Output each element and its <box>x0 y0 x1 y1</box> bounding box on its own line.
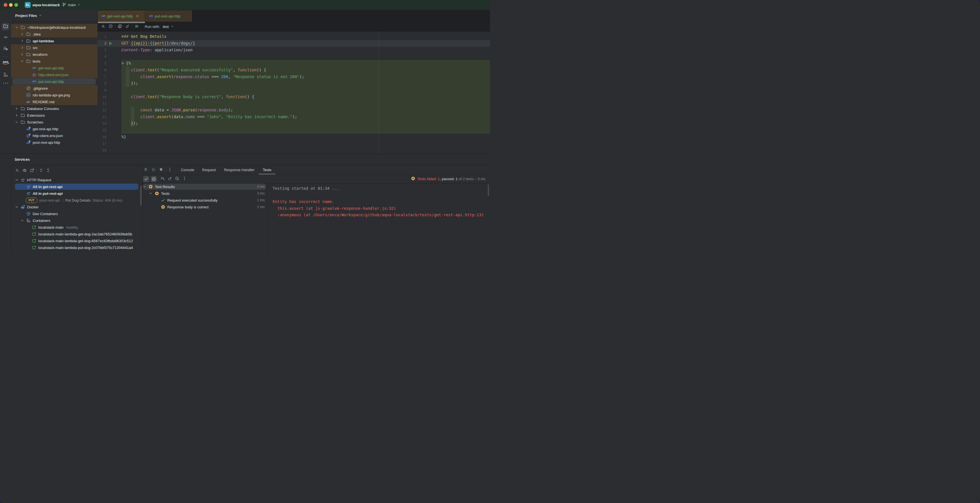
run-with-selector[interactable]: Run with: test <box>145 22 174 32</box>
run-all-icon[interactable] <box>135 24 139 30</box>
rerun-icon[interactable] <box>144 167 148 173</box>
services-tree-row[interactable]: localstack-mainhealthy <box>11 224 142 231</box>
project-tree-row[interactable]: ~/Workspace/github/aqua-localstack <box>11 24 97 31</box>
services-tree-row[interactable]: PUTpost-rest-api|Put Dog DetailsStatus: … <box>11 197 142 204</box>
test-console-output[interactable]: Testing started at 01:34 ... Entity has … <box>273 185 490 251</box>
test-result-row[interactable]: Response body is correct2 ms <box>142 204 267 210</box>
more-icon[interactable] <box>3 81 9 86</box>
folder-icon[interactable] <box>3 24 8 30</box>
collapse-all-icon[interactable] <box>46 168 51 174</box>
code-line: }); <box>121 80 138 87</box>
aws-icon[interactable]: aws <box>2 60 10 67</box>
run-request-icon[interactable] <box>108 41 113 46</box>
project-tree-row[interactable]: APIput-rest-api.http <box>11 78 97 85</box>
chevron-down-icon[interactable] <box>142 184 147 189</box>
history-icon[interactable] <box>175 176 180 182</box>
file-name: post-rest-api.http <box>33 141 60 145</box>
test-result-row[interactable]: Tests3 ms <box>142 190 267 197</box>
chevron-down-icon[interactable] <box>148 191 153 196</box>
code-editor[interactable]: 123456789101112131415161718 ### Get Dog … <box>97 32 490 154</box>
project-tree-row[interactable]: APIpost-rest-api.http <box>11 139 97 146</box>
chevron-right-icon[interactable] <box>20 45 24 50</box>
test-result-row[interactable]: Test Results3 ms <box>142 183 267 190</box>
structure-icon[interactable] <box>3 72 8 78</box>
project-tree-row[interactable]: api-lambdas <box>11 37 97 44</box>
project-tree-row[interactable]: rds-lambda-api-gw.png <box>11 92 97 98</box>
project-tree-row[interactable]: .gitignore <box>11 85 97 92</box>
add-service-icon[interactable] <box>15 168 19 174</box>
close-window-button[interactable] <box>4 3 7 7</box>
import-icon[interactable] <box>125 24 130 30</box>
project-tree-row[interactable]: terraform <box>11 51 97 58</box>
services-tree-row[interactable]: localstack-main-lambda-put-dog-2c07bbf37… <box>11 244 142 251</box>
import-tests-icon[interactable] <box>168 176 172 182</box>
project-tree-row[interactable]: APIget-rest-api.http <box>11 65 97 71</box>
branch-selector[interactable]: main <box>62 0 81 10</box>
stop-icon[interactable] <box>159 167 163 173</box>
project-tree-row[interactable]: .idea <box>11 31 97 37</box>
services-tree-row[interactable]: APIAll in get-rest-api <box>11 183 142 190</box>
project-tree-row[interactable]: {}http-client.env.json <box>11 132 97 139</box>
project-tree-row[interactable]: tests <box>11 58 97 65</box>
project-tree-row[interactable]: MREADME.md <box>11 98 97 105</box>
services-tree-row[interactable]: APIAll in put-rest-api <box>11 190 142 197</box>
sort-icon[interactable] <box>160 176 165 182</box>
chevron-right-icon[interactable] <box>14 113 19 118</box>
project-tree-row[interactable]: {}http-client.env.json <box>11 71 97 78</box>
add-request-icon[interactable] <box>101 24 105 30</box>
project-tree-row[interactable]: src <box>11 44 97 51</box>
project-tree-row[interactable]: Extensions <box>11 112 97 119</box>
chevron-down-icon[interactable] <box>20 59 24 64</box>
project-tree-row[interactable]: Scratches <box>11 119 97 126</box>
maximize-window-button[interactable] <box>14 3 18 7</box>
view-options-icon[interactable] <box>22 168 27 174</box>
file-name: terraform <box>33 53 48 57</box>
chevron-down-icon[interactable] <box>14 120 19 125</box>
chevron-down-icon[interactable] <box>20 218 24 223</box>
chevron-down-icon[interactable] <box>14 205 19 209</box>
services-tree-row[interactable]: localstack-main-lambda-get-dog-6567ec83f… <box>11 237 142 244</box>
open-in-new-tab-icon[interactable] <box>30 168 34 174</box>
editor-tab[interactable]: APIput-rest-api.http <box>145 10 192 22</box>
chevron-right-icon[interactable] <box>14 106 19 111</box>
services-tree-row[interactable]: APIHTTP Request <box>11 177 142 183</box>
project-panel-header[interactable]: Project Files <box>11 10 97 22</box>
line-number: 4 <box>97 53 107 60</box>
copy-curl-icon[interactable] <box>118 24 122 30</box>
services-tree-row[interactable]: Dev Containers <box>11 210 142 217</box>
project-selector[interactable]: aqua-localstack <box>32 0 65 10</box>
scrollbar[interactable] <box>140 186 142 206</box>
container-icon <box>32 245 36 250</box>
debug-icon[interactable] <box>151 167 156 173</box>
service-status: healthy <box>67 225 78 230</box>
scrollbar[interactable] <box>488 184 489 196</box>
test-result-row[interactable]: Request executed successfully1 ms <box>142 197 267 204</box>
chevron-right-icon[interactable] <box>20 38 24 43</box>
tab-request[interactable]: Request <box>202 165 216 174</box>
services-tree-row[interactable]: Containers <box>11 217 142 224</box>
chevron-right-icon[interactable] <box>20 32 24 37</box>
show-passed-icon[interactable] <box>143 176 149 182</box>
tab-console[interactable]: Console <box>181 165 194 174</box>
close-icon[interactable] <box>136 14 139 18</box>
project-tree-row[interactable]: Database Consoles <box>11 105 97 112</box>
minimize-window-button[interactable] <box>9 3 13 7</box>
tab-tests[interactable]: Tests <box>263 165 271 174</box>
users-help-icon[interactable]: ? <box>3 46 8 52</box>
file-name: Scratches <box>27 120 43 125</box>
tab-response-handler[interactable]: Response Handler <box>224 165 255 174</box>
project-tree-row[interactable]: APIget-rest-api.http <box>11 126 97 132</box>
chevron-down-icon[interactable] <box>14 25 19 30</box>
chevron-right-icon[interactable] <box>20 52 24 57</box>
vertical-splitter[interactable] <box>267 183 268 251</box>
services-tree-row[interactable]: localstack-main-lambda-get-dog-2ac3ab765… <box>11 231 142 237</box>
more-icon[interactable] <box>182 176 187 182</box>
editor-tab[interactable]: APIget-rest-api.http <box>98 10 145 22</box>
show-ignored-icon[interactable] <box>151 176 157 182</box>
chevron-down-icon[interactable] <box>14 177 19 182</box>
history-icon[interactable] <box>108 24 113 30</box>
vcs-commit-icon[interactable] <box>3 35 8 41</box>
services-tree-row[interactable]: Docker <box>11 204 142 210</box>
expand-all-icon[interactable] <box>39 168 43 174</box>
more-icon[interactable] <box>167 167 172 173</box>
